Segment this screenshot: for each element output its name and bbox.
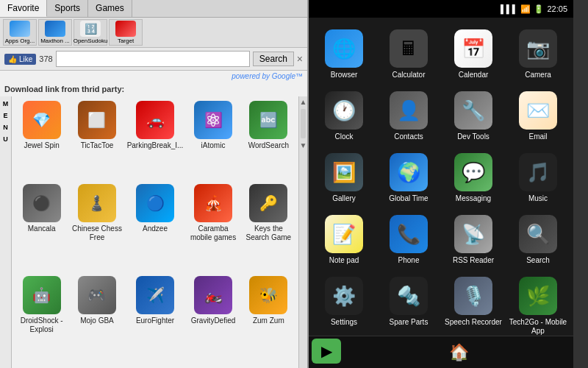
app-label: Chinese Chess Free	[71, 224, 122, 242]
android-app-16[interactable]: ⚙️ Settings	[312, 271, 376, 336]
home-icon: 🏠	[449, 343, 469, 362]
android-app-9[interactable]: 🌍 Global Time	[376, 147, 441, 209]
android-app-11[interactable]: 🎵 Music	[506, 147, 570, 209]
android-label: RSS Reader	[453, 256, 494, 265]
left-app-9[interactable]: 🔑 Keys the Search Game	[243, 184, 294, 272]
menu-letter-u: U	[0, 133, 11, 145]
app-label: iAtomic	[201, 141, 226, 150]
scroll-down-arrow[interactable]: ▼	[299, 140, 307, 151]
android-app-0[interactable]: 🌐 Browser	[312, 24, 376, 85]
android-label: Browser	[331, 71, 358, 79]
vertical-scrollbar[interactable]: ▲ ▼	[298, 96, 307, 368]
left-app-1[interactable]: ⬜ TicTacToe	[71, 101, 122, 180]
app-icon-box: 🎪	[194, 184, 232, 222]
android-label: Camera	[525, 71, 551, 79]
tab-sports[interactable]: Sports	[47, 0, 88, 17]
main-content: 💎 Jewel Spin ⬜ TicTacToe 🚗 ParkingBreak_…	[12, 96, 298, 368]
android-app-17[interactable]: 🔩 Spare Parts	[376, 271, 441, 336]
app-icon-box: ✈️	[136, 276, 174, 314]
android-label: Gallery	[332, 194, 356, 203]
app-label: Andzee	[143, 224, 168, 233]
status-icons: ▌▌▌ 📶 🔋 22:05	[501, 4, 567, 14]
android-label: Calculator	[392, 71, 425, 79]
menu-letter-n: N	[0, 121, 11, 133]
android-app-6[interactable]: 🔧 Dev Tools	[441, 85, 506, 147]
android-app-13[interactable]: 📞 Phone	[376, 209, 441, 271]
left-app-2[interactable]: 🚗 ParkingBreak_I...	[127, 101, 184, 180]
android-app-1[interactable]: 🖩 Calculator	[376, 24, 441, 85]
app-label: Zum Zum	[253, 316, 284, 325]
left-app-0[interactable]: 💎 Jewel Spin	[16, 101, 67, 180]
left-app-3[interactable]: ⚛️ iAtomic	[187, 101, 238, 180]
app-icon-box: 🚗	[136, 101, 174, 139]
android-app-14[interactable]: 📡 RSS Reader	[441, 209, 506, 271]
android-icon: 💬	[454, 153, 492, 191]
app-icon-appsorg[interactable]: Apps Org...	[3, 19, 37, 46]
android-label: Email	[528, 132, 547, 141]
app-icon-target[interactable]: Target	[109, 19, 143, 46]
android-icon: 📷	[519, 29, 557, 68]
search-button[interactable]: Search	[253, 52, 294, 66]
menu-letter-e: E	[0, 110, 11, 121]
android-app-4[interactable]: 🕐 Clock	[312, 85, 376, 147]
android-label: Contacts	[394, 132, 423, 141]
left-app-10[interactable]: 🤖 DroidShock - Explosi	[16, 276, 67, 364]
android-label: Messaging	[456, 194, 491, 203]
android-app-8[interactable]: 🖼️ Gallery	[312, 147, 376, 209]
menu-letters: M E N U	[0, 96, 12, 368]
app-label: DroidShock - Explosi	[16, 316, 67, 334]
app-icon-box: 🐝	[249, 276, 287, 314]
android-icon: 🔧	[454, 91, 492, 130]
left-app-8[interactable]: 🎪 Caramba mobile games	[187, 184, 238, 272]
app-icon-box: 🎮	[78, 276, 116, 314]
app-icon-box: 🤖	[23, 276, 61, 314]
app-icon-opensudoku[interactable]: 🔢 OpenSudoku	[74, 19, 107, 46]
battery-icon: 🔋	[534, 4, 544, 14]
android-icon: ✉️	[519, 91, 557, 130]
android-app-19[interactable]: 🌿 Tech2Go - Mobile App	[506, 271, 570, 336]
app-icon-box: ⚫	[23, 184, 61, 222]
android-icon: 🌿	[519, 277, 557, 315]
app-label: EuroFighter	[136, 316, 174, 325]
left-app-6[interactable]: ♟️ Chinese Chess Free	[71, 184, 122, 272]
left-app-13[interactable]: 🏍️ GravityDefied	[187, 276, 238, 364]
app-icon-box: ♟️	[78, 184, 116, 222]
app-icon-box: 🔵	[136, 184, 174, 222]
android-app-12[interactable]: 📝 Note pad	[312, 209, 376, 271]
left-app-5[interactable]: ⚫ Mancala	[16, 184, 67, 272]
home-button[interactable]: 🏠	[444, 342, 473, 364]
app-icon-box: 🔤	[249, 101, 287, 139]
android-app-10[interactable]: 💬 Messaging	[441, 147, 506, 209]
android-app-play[interactable]: ▶	[309, 336, 344, 369]
app-label: Caramba mobile games	[187, 224, 238, 242]
android-icon: 🌐	[325, 29, 363, 68]
download-label: Download link from thrid party:	[0, 82, 307, 96]
android-app-15[interactable]: 🔍 Search	[506, 209, 570, 271]
tab-favorite[interactable]: Favorite	[0, 0, 47, 17]
android-app-7[interactable]: ✉️ Email	[506, 85, 570, 147]
app-icon-maxthon[interactable]: Maxthon ...	[38, 19, 72, 46]
android-app-5[interactable]: 👤 Contacts	[376, 85, 441, 147]
close-button[interactable]: ×	[297, 53, 303, 65]
android-icon: 👤	[390, 91, 428, 130]
left-app-4[interactable]: 🔤 WordSearch	[243, 101, 294, 180]
like-badge[interactable]: 👍 Like	[4, 54, 36, 65]
android-label: Calendar	[459, 71, 489, 79]
scroll-up-arrow[interactable]: ▲	[299, 96, 307, 107]
app-label: Jewel Spin	[24, 141, 59, 150]
left-app-7[interactable]: 🔵 Andzee	[127, 184, 184, 272]
tab-games[interactable]: Games	[88, 0, 132, 17]
search-input[interactable]	[56, 51, 250, 67]
android-icon: ⚙️	[325, 277, 363, 315]
app-icon-box: 🔑	[249, 184, 287, 222]
left-app-11[interactable]: 🎮 Mojo GBA	[71, 276, 122, 364]
signal-icon: ▌▌▌	[501, 4, 517, 13]
android-app-3[interactable]: 📷 Camera	[506, 24, 570, 85]
top-apps-row: Apps Org... Maxthon ... 🔢 OpenSudoku Tar…	[0, 18, 307, 48]
left-app-12[interactable]: ✈️ EuroFighter	[127, 276, 184, 364]
time-display: 22:05	[547, 4, 567, 13]
android-app-18[interactable]: 🎙️ Speech Recorder	[441, 271, 506, 336]
android-app-2[interactable]: 📅 Calendar	[441, 24, 506, 85]
left-app-14[interactable]: 🐝 Zum Zum	[243, 276, 294, 364]
android-label: Speech Recorder	[445, 318, 502, 327]
